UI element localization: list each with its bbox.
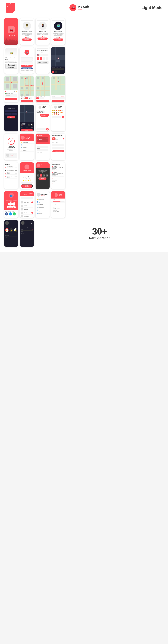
chat-back[interactable]: ← [36, 106, 38, 108]
emoji-13[interactable]: ⭐ [52, 113, 54, 115]
menu-item-logout[interactable]: 🚪 Logout [20, 149, 34, 152]
msg-btn[interactable]: 💬 [30, 124, 33, 126]
emoji-2[interactable]: 😂 [54, 110, 56, 111]
chat-emoji-input[interactable] [52, 116, 62, 118]
emoji-send-btn[interactable]: ➤ [62, 116, 64, 118]
invite-list-back[interactable]: ← [21, 193, 22, 194]
hist-item-4[interactable]: 845 South Village 396 William St, Chicag… [5, 175, 17, 179]
field-value-phone[interactable]: +1 234 567 890 [53, 211, 64, 212]
route-tab-3[interactable]: 🚙 XL [28, 98, 32, 99]
code-4[interactable] [46, 57, 48, 60]
hist-item-1[interactable]: 845 Central Drive 396 William St, Chicag… [5, 166, 17, 169]
ride-xl[interactable]: XL [42, 98, 44, 99]
emoji-15[interactable]: 🎁 [56, 113, 57, 115]
emoji-10[interactable]: 😡 [58, 112, 59, 113]
edit-icon[interactable]: ✏️ [16, 91, 17, 92]
code-1[interactable] [37, 57, 39, 60]
settings-cache[interactable]: 🗑️ Clear cache [36, 206, 50, 209]
map-filter-icon[interactable] [55, 70, 57, 73]
dark-item-1[interactable]: Notifications [5, 234, 17, 235]
facebook-btn[interactable]: Connect with Facebook [21, 68, 33, 69]
coupon-item[interactable] [37, 150, 48, 151]
emoji-3[interactable]: ❤️ [56, 110, 57, 111]
emoji-16[interactable]: 🚗 [58, 113, 59, 115]
tips-done-btn[interactable]: Done [38, 177, 47, 180]
payment-method-item[interactable] [37, 146, 48, 148]
theme-auto[interactable]: ⚡ [14, 228, 17, 232]
cash-option[interactable]: 💵 Cash No card payment required [52, 137, 64, 141]
submit-review-btn[interactable]: Submit Review [21, 184, 33, 188]
menu-item-invite[interactable]: 👥 Invite Friends [20, 144, 34, 146]
emoji-12[interactable]: 🔥 [61, 112, 63, 113]
settings-contact[interactable]: 📧 Contact Us [36, 212, 50, 215]
settings-account[interactable]: 👤 My Account [36, 201, 50, 204]
settings-edit[interactable]: Edit Profile [42, 195, 48, 196]
lang-ar[interactable]: Arabic [21, 234, 33, 236]
call-btn[interactable]: 📞 [28, 124, 30, 126]
emoji-6[interactable]: 🎉 [61, 110, 63, 111]
lang-en[interactable]: English ✓ [21, 229, 33, 230]
tip-2[interactable]: $2 [40, 174, 42, 176]
check-4[interactable]: ✓ [31, 212, 33, 214]
route-tab-1[interactable]: 🚗 Std [20, 98, 24, 99]
signup-phone-input[interactable] [21, 62, 33, 64]
connect-location-btn[interactable]: Connect location [5, 64, 17, 68]
map-search-bar[interactable] [52, 68, 64, 70]
account-back[interactable]: ← [52, 194, 54, 196]
theme-light[interactable]: ☀️ [5, 228, 8, 232]
verify-btn[interactable]: Verify now [37, 61, 48, 64]
twitter-share[interactable]: t [9, 212, 12, 216]
quick-promo-1[interactable] [5, 113, 11, 115]
emoji-14[interactable]: 💯 [54, 113, 56, 115]
emoji-8[interactable]: 🤩 [54, 112, 56, 113]
tab-signup[interactable]: Sign Up [23, 56, 26, 57]
chat-emoji-back[interactable]: ← [52, 106, 54, 108]
fb-share[interactable]: f [5, 212, 8, 216]
menu-item-settings[interactable]: ⚙️ Setting [20, 146, 34, 149]
invite-search-input[interactable] [21, 197, 33, 199]
apply-btn-1[interactable]: Apply [5, 98, 17, 100]
get-started-btn-2[interactable]: Get Started [38, 38, 48, 40]
request-btn-2[interactable]: Request [52, 100, 64, 102]
star-rating[interactable]: ★★★★☆ [22, 179, 32, 181]
phone-field[interactable] [39, 54, 48, 56]
field-value-email[interactable]: esther@email.com [53, 208, 64, 208]
card-row-2[interactable]: debit card [52, 147, 64, 149]
get-started-btn-1[interactable]: Get Started [22, 38, 32, 40]
card-row-1[interactable]: esther@email.com [52, 144, 64, 146]
map-search-icon[interactable]: 🔍 [52, 70, 54, 73]
menu-item-wallet[interactable]: 💳 My Wallet [20, 141, 34, 144]
request-btn[interactable]: Request [36, 100, 49, 102]
signup-btn[interactable]: Sign Up [21, 65, 33, 67]
send-btn[interactable]: ➤ [46, 128, 49, 130]
invite-send-btn[interactable]: Send [29, 193, 33, 194]
route-tab-2[interactable]: 🚕 Eco [24, 98, 28, 99]
chat-input[interactable] [36, 128, 46, 130]
lang-es[interactable]: Spanish [21, 232, 33, 234]
review-input[interactable] [21, 182, 33, 184]
tab-signin[interactable]: Sign In [28, 56, 31, 57]
code-3[interactable] [43, 57, 45, 60]
hist-item-3[interactable]: 896 Hilary Lane Suite 79 $5.00 [5, 172, 17, 174]
tip-1[interactable]: $1 [37, 174, 39, 176]
check-1[interactable]: ✓ [31, 202, 33, 203]
dark-item-3[interactable]: Language [5, 236, 17, 238]
ride-std[interactable]: Std [36, 98, 39, 99]
quick-promo-2[interactable] [12, 113, 17, 115]
hist-item-2[interactable]: 500 Lost Vistas Alb $6.00 [5, 170, 17, 171]
settings-notif[interactable]: 🔔 Notifications [36, 198, 50, 201]
add-payment-btn[interactable]: + Add New Method [52, 150, 64, 152]
theme-dark[interactable]: 🌙 [10, 228, 13, 232]
tip-10[interactable]: $10 [46, 174, 48, 176]
get-started-btn-3[interactable]: Get Started [53, 38, 63, 40]
apply-btn-2[interactable]: Apply [20, 100, 33, 102]
settings-terms[interactable]: 📄 Terms & Privacy Policy [36, 209, 50, 212]
whatsapp-share[interactable]: w [12, 212, 16, 216]
promo-apply-btn[interactable]: Apply [7, 116, 16, 119]
emoji-7[interactable]: 😎 [52, 112, 54, 113]
ride-eco[interactable]: Eco [39, 98, 42, 99]
invite-btn[interactable]: Invite Friends [6, 206, 16, 208]
settings-language[interactable]: 🌐 Language [36, 204, 50, 206]
emoji-11[interactable]: 🙏 [59, 112, 61, 113]
confirm-driver-btn[interactable]: Confirm [21, 129, 33, 131]
